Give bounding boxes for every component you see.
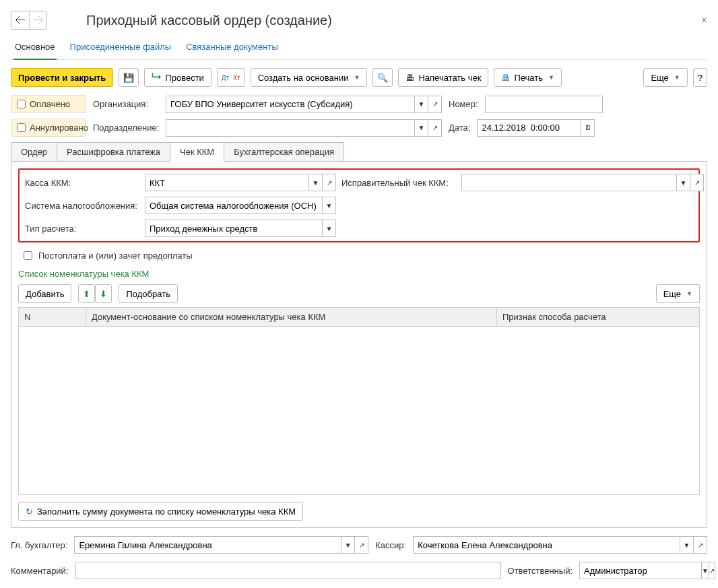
- resp-label: Ответственный:: [508, 566, 573, 576]
- kassa-open-icon[interactable]: ↗: [323, 174, 336, 191]
- close-icon[interactable]: ×: [701, 14, 707, 26]
- search-icon: 🔍: [377, 73, 388, 83]
- org-open-icon[interactable]: ↗: [428, 96, 442, 113]
- dept-input[interactable]: [166, 119, 415, 137]
- calc-input[interactable]: [145, 220, 323, 237]
- move-up-button[interactable]: ⬆: [78, 284, 95, 303]
- chevron-down-icon: ▼: [674, 74, 680, 81]
- tab-order[interactable]: Ордер: [11, 142, 57, 161]
- print-cheque-button[interactable]: 🖶Напечатать чек: [398, 68, 488, 87]
- page-title: Приходный кассовый ордер (создание): [86, 13, 696, 28]
- subtab-linked[interactable]: Связанные документы: [185, 38, 280, 59]
- tab-detail[interactable]: Расшифровка платежа: [57, 142, 170, 161]
- chief-dropdown-icon[interactable]: ▼: [341, 536, 355, 554]
- annulled-checkbox[interactable]: Аннулировано: [11, 119, 86, 137]
- org-dropdown-icon[interactable]: ▼: [415, 96, 428, 113]
- create-based-button[interactable]: Создать на основании▼: [251, 68, 368, 87]
- tab-acc[interactable]: Бухгалтерская операция: [224, 142, 344, 161]
- col-n[interactable]: N: [19, 308, 86, 326]
- date-input[interactable]: [477, 119, 581, 137]
- postpay-checkbox[interactable]: Постоплата и (или) зачет предоплаты: [21, 249, 193, 262]
- corr-input[interactable]: [461, 174, 677, 191]
- main-toolbar: Провести и закрыть 💾 ⮡Провести ДтКт Созд…: [11, 68, 707, 87]
- cashier-dropdown-icon[interactable]: ▼: [680, 536, 694, 554]
- grid-header: N Документ-основание со списком номенкла…: [18, 307, 700, 327]
- postpay-label: Постоплата и (или) зачет предоплаты: [38, 251, 193, 261]
- comment-input[interactable]: [75, 562, 501, 579]
- print-label: Печать: [514, 73, 543, 83]
- save-button[interactable]: 💾: [119, 68, 139, 87]
- postpay-checkbox-input[interactable]: [24, 251, 32, 260]
- col-method[interactable]: Признак способа расчета: [497, 308, 699, 326]
- circle-arrow-icon: ↻: [26, 507, 33, 517]
- chevron-down-icon: ▼: [686, 290, 692, 297]
- nav-buttons: 🡠 🡢: [11, 11, 47, 30]
- help-button[interactable]: ?: [693, 68, 707, 87]
- resp-open-icon[interactable]: ↗: [709, 562, 715, 579]
- resp-dropdown-icon[interactable]: ▼: [702, 562, 709, 579]
- back-button[interactable]: 🡠: [11, 11, 29, 29]
- date-label: Дата:: [449, 123, 470, 133]
- paid-label: Оплачено: [30, 99, 70, 109]
- kt-icon: Кт: [233, 74, 240, 81]
- forward-button[interactable]: 🡢: [29, 11, 46, 29]
- comment-label: Комментарий:: [11, 566, 69, 576]
- more-label: Еще: [651, 73, 668, 83]
- corr-open-icon[interactable]: ↗: [690, 174, 704, 191]
- tax-input[interactable]: [145, 197, 323, 214]
- resp-input[interactable]: [579, 562, 702, 579]
- more-button[interactable]: Еще▼: [643, 68, 687, 87]
- col-doc[interactable]: Документ-основание со списком номенклату…: [86, 308, 497, 326]
- kassa-input[interactable]: [145, 174, 309, 191]
- move-down-button[interactable]: ⬇: [95, 284, 112, 303]
- fill-sum-button[interactable]: ↻Заполнить сумму документа по списку ном…: [18, 502, 303, 521]
- receipt-icon: 🖶: [405, 73, 414, 83]
- calendar-icon[interactable]: 🗓: [581, 119, 595, 137]
- post-button[interactable]: ⮡Провести: [144, 68, 211, 87]
- dept-label: Подразделение:: [93, 123, 159, 133]
- cashier-input[interactable]: [413, 536, 680, 554]
- calc-dropdown-icon[interactable]: ▼: [323, 220, 336, 237]
- list-more-label: Еще: [663, 289, 681, 299]
- list-title: Список номенклатуры чека ККМ: [18, 269, 700, 279]
- cashier-open-icon[interactable]: ↗: [694, 536, 707, 554]
- post-and-close-button[interactable]: Провести и закрыть: [11, 68, 113, 87]
- chief-input[interactable]: [74, 536, 341, 554]
- print-button[interactable]: 🖶Печать▼: [494, 68, 562, 87]
- tab-cheque[interactable]: Чек ККМ: [170, 142, 224, 161]
- print-cheque-label: Напечатать чек: [418, 73, 481, 83]
- chief-open-icon[interactable]: ↗: [355, 536, 368, 554]
- annulled-checkbox-input[interactable]: [17, 123, 26, 132]
- add-button[interactable]: Добавить: [18, 284, 71, 303]
- pick-button[interactable]: Подобрать: [119, 284, 177, 303]
- org-input[interactable]: [166, 96, 415, 113]
- paid-checkbox[interactable]: Оплачено: [11, 95, 86, 113]
- dtkt-button[interactable]: ДтКт: [217, 68, 245, 87]
- annulled-label: Аннулировано: [30, 123, 88, 133]
- number-input[interactable]: [485, 96, 603, 113]
- number-label: Номер:: [449, 99, 478, 109]
- corr-label: Исправительный чек ККМ:: [341, 178, 456, 188]
- highlight-box: Касса ККМ: ▼ ↗ Исправительный чек ККМ: ▼…: [18, 168, 700, 242]
- paid-checkbox-input[interactable]: [17, 100, 26, 108]
- arrow-up-icon: ⬆: [83, 289, 90, 299]
- grid-body[interactable]: [18, 327, 700, 495]
- kassa-label: Касса ККМ:: [25, 178, 139, 188]
- dept-open-icon[interactable]: ↗: [428, 119, 442, 137]
- subtab-files[interactable]: Присоединенные файлы: [69, 38, 173, 59]
- search-button[interactable]: 🔍: [372, 68, 393, 87]
- post-button-label: Провести: [165, 73, 204, 83]
- list-more-button[interactable]: Еще▼: [656, 284, 700, 303]
- document-tabs: Ордер Расшифровка платежа Чек ККМ Бухгал…: [11, 142, 707, 162]
- tab-cheque-body: Касса ККМ: ▼ ↗ Исправительный чек ККМ: ▼…: [11, 162, 707, 528]
- post-icon: ⮡: [152, 72, 161, 83]
- kassa-dropdown-icon[interactable]: ▼: [309, 174, 323, 191]
- calc-label: Тип расчета:: [25, 224, 139, 234]
- arrow-down-icon: ⬇: [100, 289, 107, 299]
- chief-label: Гл. бухгалтер:: [11, 540, 67, 550]
- subtab-main[interactable]: Основное: [13, 38, 57, 60]
- corr-dropdown-icon[interactable]: ▼: [677, 174, 690, 191]
- tax-label: Система налогообложения:: [25, 201, 139, 211]
- tax-dropdown-icon[interactable]: ▼: [323, 197, 336, 214]
- dept-dropdown-icon[interactable]: ▼: [415, 119, 428, 137]
